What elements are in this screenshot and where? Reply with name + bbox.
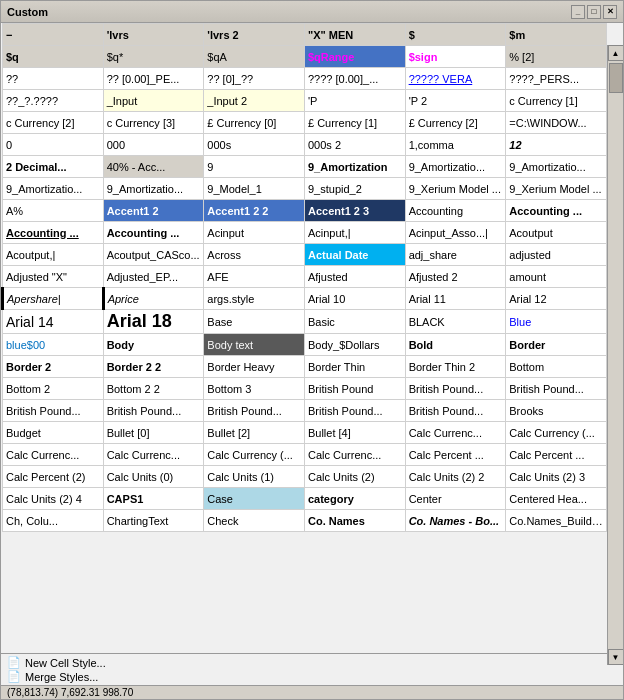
table-cell[interactable]: Accounting xyxy=(405,200,506,222)
table-cell[interactable]: Border Thin 2 xyxy=(405,356,506,378)
table-cell[interactable]: Acoutput xyxy=(506,222,607,244)
table-cell[interactable]: 9_Xerium Model ... xyxy=(405,178,506,200)
table-cell[interactable]: Calc Units (2) xyxy=(304,466,405,488)
table-cell[interactable]: ??_?.???? xyxy=(3,90,104,112)
table-cell[interactable]: £ Currency [2] xyxy=(405,112,506,134)
table-cell[interactable]: Acoutput,| xyxy=(3,244,104,266)
table-cell[interactable]: Center xyxy=(405,488,506,510)
table-cell[interactable]: Actual Date xyxy=(304,244,405,266)
table-cell[interactable]: 12 xyxy=(506,134,607,156)
new-cell-style-link[interactable]: 📄 New Cell Style... xyxy=(7,656,617,669)
table-cell[interactable]: Centered Hea... xyxy=(506,488,607,510)
table-cell[interactable]: Afjusted 2 xyxy=(405,266,506,288)
table-cell[interactable]: Aprice xyxy=(103,288,204,310)
table-cell[interactable]: Acinput,| xyxy=(304,222,405,244)
table-row[interactable]: Calc Percent (2)Calc Units (0)Calc Units… xyxy=(3,466,607,488)
table-cell[interactable]: Calc Currenc... xyxy=(3,444,104,466)
table-cell[interactable]: $m xyxy=(506,24,607,46)
table-cell[interactable]: Bullet [4] xyxy=(304,422,405,444)
table-cell[interactable]: ?? [0]_?? xyxy=(204,68,305,90)
table-cell[interactable]: £ Currency [1] xyxy=(304,112,405,134)
table-cell[interactable]: Calc Currenc... xyxy=(304,444,405,466)
table-cell[interactable]: 9_Amortizatio... xyxy=(3,178,104,200)
table-cell[interactable]: 0 xyxy=(3,134,104,156)
table-cell[interactable]: ????_PERS... xyxy=(506,68,607,90)
table-cell[interactable]: Body text xyxy=(204,334,305,356)
table-row[interactable]: blue$00BodyBody textBody_$DollarsBoldBor… xyxy=(3,334,607,356)
table-cell[interactable]: c Currency [3] xyxy=(103,112,204,134)
table-cell[interactable]: Calc Units (2) 4 xyxy=(3,488,104,510)
table-cell[interactable]: Border 2 2 xyxy=(103,356,204,378)
table-cell[interactable]: Bullet [2] xyxy=(204,422,305,444)
table-cell[interactable]: Accent1 2 3 xyxy=(304,200,405,222)
table-cell[interactable]: AFE xyxy=(204,266,305,288)
table-cell[interactable]: 9_Amortizatio... xyxy=(103,178,204,200)
table-cell[interactable]: CAPS1 xyxy=(103,488,204,510)
table-row[interactable]: 0000000s000s 21,comma12 xyxy=(3,134,607,156)
table-row[interactable]: Adjusted "X"Adjusted_EP...AFEAfjustedAfj… xyxy=(3,266,607,288)
table-cell[interactable]: Co.Names_Buildup... xyxy=(506,510,607,532)
table-cell[interactable]: 9_Amortizatio... xyxy=(405,156,506,178)
table-cell[interactable]: $q* xyxy=(103,46,204,68)
table-cell[interactable]: Accounting ... xyxy=(103,222,204,244)
table-cell[interactable]: Calc Units (0) xyxy=(103,466,204,488)
table-row[interactable]: Ch, Colu...ChartingTextCheckCo. NamesCo.… xyxy=(3,510,607,532)
table-row[interactable]: BudgetBullet [0]Bullet [2]Bullet [4]Calc… xyxy=(3,422,607,444)
table-cell[interactable]: ???? [0.00]_... xyxy=(304,68,405,90)
table-cell[interactable]: 9_Model_1 xyxy=(204,178,305,200)
table-cell[interactable]: Acinput xyxy=(204,222,305,244)
table-cell[interactable]: Bottom 2 2 xyxy=(103,378,204,400)
table-cell[interactable]: 9 xyxy=(204,156,305,178)
merge-styles-link[interactable]: 📄 Merge Styles... xyxy=(7,670,617,683)
table-cell[interactable]: adj_share xyxy=(405,244,506,266)
table-cell[interactable]: British Pound xyxy=(304,378,405,400)
table-cell[interactable]: "X" MEN xyxy=(304,24,405,46)
table-cell[interactable]: Blue xyxy=(506,310,607,334)
table-cell[interactable]: Co. Names - Bo... xyxy=(405,510,506,532)
table-cell[interactable]: 9_Amortizatio... xyxy=(506,156,607,178)
table-cell[interactable]: $qA xyxy=(204,46,305,68)
table-cell[interactable]: Calc Percent (2) xyxy=(3,466,104,488)
table-cell[interactable]: Adjusted_EP... xyxy=(103,266,204,288)
table-cell[interactable]: % [2] xyxy=(506,46,607,68)
table-row[interactable]: Accounting ...Accounting ...AcinputAcinp… xyxy=(3,222,607,244)
table-cell[interactable]: 2 Decimal... xyxy=(3,156,104,178)
table-cell[interactable]: Check xyxy=(204,510,305,532)
table-cell[interactable]: 000s xyxy=(204,134,305,156)
table-cell[interactable]: British Pound... xyxy=(304,400,405,422)
table-cell[interactable]: _Input 2 xyxy=(204,90,305,112)
table-cell[interactable]: category xyxy=(304,488,405,510)
table-cell[interactable]: British Pound... xyxy=(3,400,104,422)
table-row[interactable]: British Pound...British Pound...British … xyxy=(3,400,607,422)
table-cell[interactable]: Accounting ... xyxy=(3,222,104,244)
table-cell[interactable]: Calc Units (2) 2 xyxy=(405,466,506,488)
table-cell[interactable]: Border Thin xyxy=(304,356,405,378)
table-cell[interactable]: ?? xyxy=(3,68,104,90)
table-cell[interactable]: Border xyxy=(506,334,607,356)
table-row[interactable]: 9_Amortizatio...9_Amortizatio...9_Model_… xyxy=(3,178,607,200)
table-cell[interactable]: Calc Units (2) 3 xyxy=(506,466,607,488)
table-cell[interactable]: Brooks xyxy=(506,400,607,422)
table-cell[interactable]: 'lvrs xyxy=(103,24,204,46)
table-cell[interactable]: Calc Currency (... xyxy=(204,444,305,466)
table-cell[interactable]: Bold xyxy=(405,334,506,356)
table-cell[interactable]: 9_stupid_2 xyxy=(304,178,405,200)
table-cell[interactable]: 'P 2 xyxy=(405,90,506,112)
table-cell[interactable]: 'lvrs 2 xyxy=(204,24,305,46)
table-cell[interactable]: Body xyxy=(103,334,204,356)
table-cell[interactable]: Accent1 2 2 xyxy=(204,200,305,222)
table-cell[interactable]: Border Heavy xyxy=(204,356,305,378)
table-cell[interactable]: Body_$Dollars xyxy=(304,334,405,356)
table-cell[interactable]: Calc Currenc... xyxy=(405,422,506,444)
table-row[interactable]: Calc Units (2) 4CAPS1CasecategoryCenterC… xyxy=(3,488,607,510)
table-row[interactable]: Border 2Border 2 2Border HeavyBorder Thi… xyxy=(3,356,607,378)
table-cell[interactable]: British Pound... xyxy=(405,400,506,422)
table-cell[interactable]: Calc Currenc... xyxy=(103,444,204,466)
table-cell[interactable]: Co. Names xyxy=(304,510,405,532)
table-cell[interactable]: Case xyxy=(204,488,305,510)
table-cell[interactable]: British Pound... xyxy=(405,378,506,400)
table-cell[interactable]: Calc Currency (... xyxy=(506,422,607,444)
table-cell[interactable]: Border 2 xyxy=(3,356,104,378)
minimize-button[interactable]: _ xyxy=(571,5,585,19)
close-button[interactable]: ✕ xyxy=(603,5,617,19)
